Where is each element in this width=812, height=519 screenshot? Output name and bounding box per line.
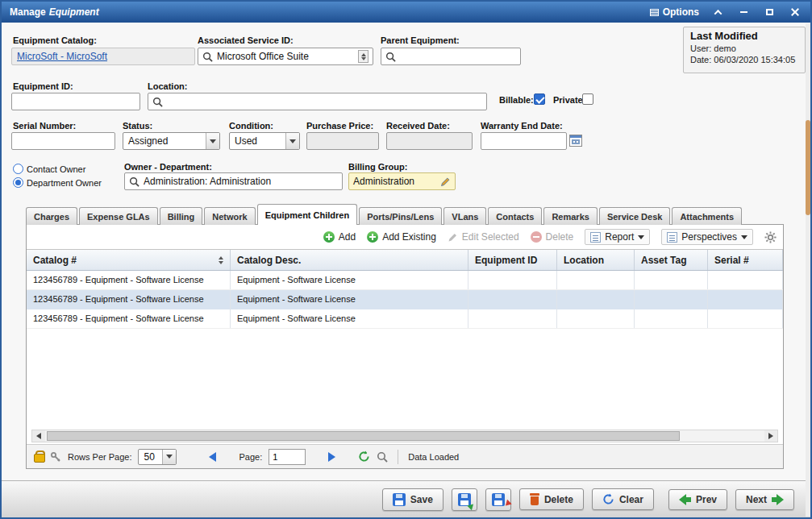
condition-select[interactable]: Used [229,132,300,150]
table-row[interactable]: 123456789 - Equipment - Software License… [27,271,783,290]
save-and-duplicate-button[interactable] [485,488,511,511]
grid-footer: Rows Per Page: 50 Page: Data Loaded [27,444,783,468]
window-title: ManageEquipment [10,6,99,18]
billing-group-field[interactable]: Administration [348,172,456,190]
contact-owner-label: Contact Owner [27,164,85,174]
cell-location [557,290,635,309]
scroll-track[interactable] [45,430,764,442]
scroll-left-arrow[interactable] [32,430,45,442]
page-input[interactable] [269,449,306,465]
contact-owner-radio[interactable] [13,164,23,174]
tab-strip: Charges Expense GLAs Billing Network Equ… [26,204,784,225]
calendar-icon[interactable] [569,135,582,147]
close-button[interactable] [788,6,802,19]
department-owner-label: Department Owner [27,178,102,188]
last-modified-date: Date: 06/03/2020 15:34:05 [690,55,798,64]
tab-expense-glas[interactable]: Expense GLAs [79,207,158,225]
perspectives-button[interactable]: Perspectives [661,229,753,245]
cell-catalog-desc: Equipment - Software License [231,290,468,309]
scroll-thumb[interactable] [47,431,680,441]
column-header-asset-tag[interactable]: Asset Tag [635,250,708,270]
previous-page-button[interactable] [209,452,216,462]
rows-per-page-label: Rows Per Page: [68,452,131,462]
tab-charges[interactable]: Charges [26,207,77,225]
action-bar: Save Delete Clear Prev Next [2,480,810,517]
cell-catalog: 123456789 - Equipment - Software License [27,309,231,328]
associated-service-label: Associated Service ID: [198,35,294,45]
column-header-serial[interactable]: Serial # [708,250,783,270]
refresh-icon[interactable] [358,450,370,463]
location-input[interactable] [148,93,487,110]
warranty-end-date-input[interactable] [481,132,567,150]
serial-number-input[interactable] [11,132,115,150]
parent-equipment-input[interactable] [381,48,521,65]
grid-settings-button[interactable] [764,231,777,243]
rows-per-page-value: 50 [139,451,162,463]
add-existing-button[interactable]: Add Existing [367,231,436,243]
owner-department-input[interactable]: Administration: Administration [124,172,343,190]
column-header-location[interactable]: Location [557,250,635,270]
window-scrollbar[interactable] [806,23,810,517]
add-plus-icon [323,231,335,243]
search-grid-icon[interactable] [377,451,388,463]
tab-vlans[interactable]: VLans [443,207,486,225]
edit-selected-button[interactable]: Edit Selected [448,231,519,243]
save-button[interactable]: Save [382,488,443,511]
associated-service-input[interactable]: Microsoft Office Suite [198,48,373,65]
tab-contacts[interactable]: Contacts [488,207,542,225]
dropdown-arrow-icon [206,133,219,149]
window-scrollbar-thumb[interactable] [806,120,810,215]
department-owner-radio[interactable] [13,177,23,188]
key-icon[interactable] [50,451,61,463]
next-page-button[interactable] [328,452,335,462]
titlebar[interactable]: ManageEquipment Options [2,2,810,23]
options-label: Options [663,6,699,18]
column-header-catalog-desc[interactable]: Catalog Desc. [231,250,468,270]
tab-attachments[interactable]: Attachments [672,207,742,225]
cell-serial [708,309,783,328]
cell-asset-tag [635,309,708,328]
delete-selected-button[interactable]: Delete [531,231,574,243]
scroll-right-arrow[interactable] [764,430,777,442]
table-row[interactable]: 123456789 - Equipment - Software License… [27,290,783,309]
grid-header: Catalog # Catalog Desc. Equipment ID Loc… [27,249,783,271]
clear-button[interactable]: Clear [592,488,654,510]
table-row[interactable]: 123456789 - Equipment - Software License… [27,309,783,329]
status-select[interactable]: Assigned [123,132,220,150]
delete-minus-icon [531,231,542,243]
next-button[interactable]: Next [735,489,794,510]
lock-icon[interactable] [34,450,44,463]
collapse-button[interactable] [710,6,725,19]
tab-service-desk[interactable]: Service Desk [599,207,671,225]
maximize-button[interactable] [762,6,777,19]
column-header-catalog[interactable]: Catalog # [27,250,231,270]
status-label: Status: [123,121,152,131]
cell-catalog: 123456789 - Equipment - Software License [27,290,231,309]
owner-department-value: Administration: Administration [144,176,271,187]
equipment-catalog-link[interactable]: MicroSoft - MicroSoft [17,51,107,62]
edit-pencil-icon[interactable] [440,176,451,187]
horizontal-scrollbar[interactable] [31,430,778,442]
trash-icon [530,493,539,505]
column-header-equipment-id[interactable]: Equipment ID [468,250,557,270]
tab-ports-pins-lens[interactable]: Ports/Pins/Lens [359,207,442,225]
save-and-new-button[interactable] [452,488,477,511]
billing-group-label: Billing Group: [348,162,407,172]
rows-per-page-select[interactable]: 50 [138,449,177,465]
service-spinner-icon[interactable] [358,50,369,63]
tab-remarks[interactable]: Remarks [543,207,597,225]
options-button[interactable]: Options [650,6,699,18]
tab-equipment-children[interactable]: Equipment Children [257,204,358,225]
add-button[interactable]: Add [323,231,356,243]
parent-equipment-label: Parent Equipment: [381,35,460,45]
billable-checkbox[interactable] [534,93,545,105]
cell-serial [708,290,783,309]
report-button[interactable]: Report [585,229,650,245]
prev-button[interactable]: Prev [668,489,727,510]
private-checkbox[interactable] [582,93,593,105]
delete-button[interactable]: Delete [519,488,584,510]
minimize-button[interactable] [736,6,751,19]
tab-network[interactable]: Network [204,207,255,225]
equipment-id-input[interactable] [11,93,140,110]
tab-billing[interactable]: Billing [160,207,203,225]
